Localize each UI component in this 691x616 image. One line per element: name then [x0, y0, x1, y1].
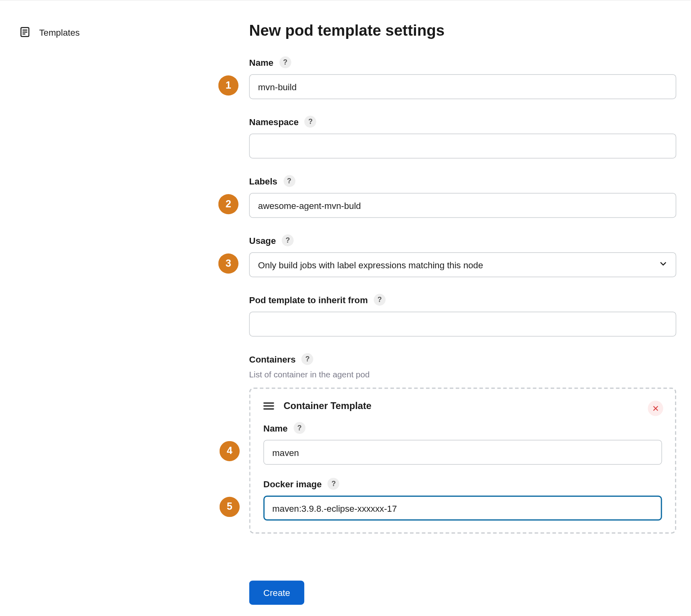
field-group-name: 1 Name ?: [249, 57, 677, 99]
field-group-containers: Containers ? List of container in the ag…: [249, 353, 677, 534]
help-icon[interactable]: ?: [282, 235, 294, 247]
sidebar-item-label: Templates: [39, 27, 80, 37]
container-template-block: ✕ Container Template 4 Name ?: [249, 387, 677, 533]
main-content: New pod template settings 1 Name ? Names…: [249, 21, 677, 533]
container-name-input[interactable]: [263, 440, 662, 465]
close-icon[interactable]: ✕: [648, 401, 663, 416]
templates-icon: [19, 26, 31, 38]
field-group-inherit: Pod template to inherit from ?: [249, 294, 677, 337]
docker-image-label: Docker image: [263, 479, 322, 489]
container-template-title: Container Template: [283, 401, 371, 411]
usage-label: Usage: [249, 235, 276, 245]
docker-image-input[interactable]: [263, 496, 662, 521]
labels-input[interactable]: [249, 193, 677, 218]
help-icon[interactable]: ?: [305, 116, 317, 128]
sidebar-item-templates[interactable]: Templates: [19, 26, 80, 38]
inherit-input[interactable]: [249, 312, 677, 336]
labels-label: Labels: [249, 176, 277, 186]
step-badge-2: 2: [218, 194, 238, 214]
drag-handle-icon[interactable]: [263, 402, 274, 409]
field-group-labels: 2 Labels ?: [249, 175, 677, 218]
help-icon[interactable]: ?: [283, 175, 295, 187]
help-icon[interactable]: ?: [279, 57, 291, 69]
page-title: New pod template settings: [249, 21, 677, 40]
containers-label: Containers: [249, 354, 296, 364]
usage-select[interactable]: Only build jobs with label expressions m…: [249, 252, 677, 277]
step-badge-1: 1: [218, 75, 238, 95]
inherit-label: Pod template to inherit from: [249, 295, 368, 305]
help-icon[interactable]: ?: [293, 422, 305, 434]
step-badge-3: 3: [218, 253, 238, 274]
help-icon[interactable]: ?: [301, 353, 313, 365]
field-group-namespace: Namespace ?: [249, 116, 677, 159]
field-group-usage: 3 Usage ? Only build jobs with label exp…: [249, 235, 677, 278]
name-label: Name: [249, 57, 273, 67]
namespace-input[interactable]: [249, 134, 677, 158]
step-badge-4: 4: [220, 441, 240, 461]
top-divider: [0, 0, 691, 0]
container-name-label: Name: [263, 423, 287, 433]
name-input[interactable]: [249, 74, 677, 99]
create-button[interactable]: Create: [249, 580, 305, 605]
help-icon[interactable]: ?: [328, 478, 340, 490]
container-field-docker: 5 Docker image ?: [263, 478, 662, 521]
help-icon[interactable]: ?: [374, 294, 386, 306]
step-badge-5: 5: [220, 497, 240, 517]
containers-description: List of container in the agent pod: [249, 370, 677, 379]
container-field-name: 4 Name ?: [263, 422, 662, 465]
namespace-label: Namespace: [249, 117, 299, 127]
